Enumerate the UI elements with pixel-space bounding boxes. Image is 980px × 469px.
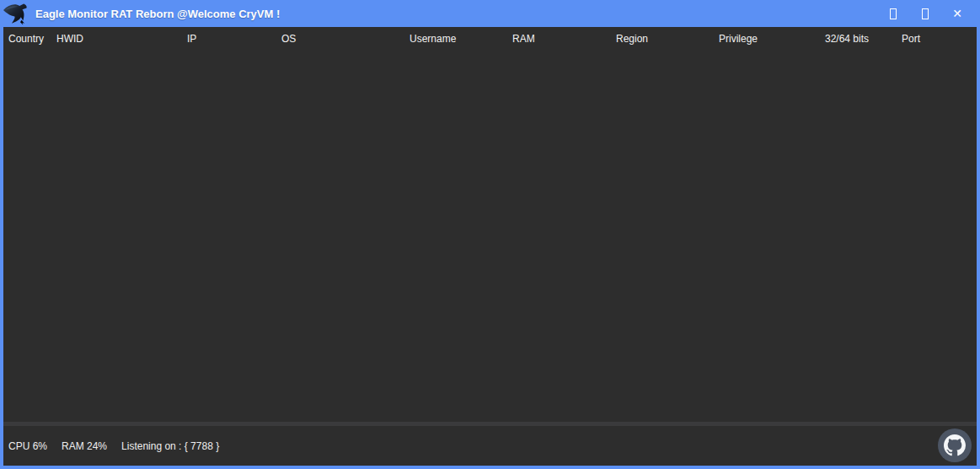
titlebar[interactable]: Eagle Monitor RAT Reborn @Welcome CryVM …: [0, 0, 980, 27]
column-header-ip[interactable]: IP: [187, 33, 196, 45]
column-header-region[interactable]: Region: [616, 33, 648, 45]
minimize-icon: [890, 8, 897, 19]
window-controls: ✕: [877, 0, 980, 27]
ram-usage-label: RAM 24%: [62, 440, 107, 452]
statusbar: CPU 6% RAM 24% Listening on : { 7788 }: [3, 426, 977, 466]
maximize-icon: [922, 8, 929, 19]
column-header-hwid[interactable]: HWID: [56, 33, 83, 45]
close-icon: ✕: [952, 8, 962, 19]
github-icon: [944, 434, 966, 456]
window-title: Eagle Monitor RAT Reborn @Welcome CryVM …: [35, 8, 280, 20]
github-button[interactable]: [938, 429, 972, 462]
close-button[interactable]: ✕: [941, 0, 973, 27]
column-header-privilege[interactable]: Privilege: [719, 33, 758, 45]
column-header-bits[interactable]: 32/64 bits: [825, 33, 869, 45]
column-header-country[interactable]: Country: [8, 33, 44, 45]
listening-port-label: Listening on : { 7788 }: [121, 440, 219, 452]
column-header-os[interactable]: OS: [281, 33, 296, 45]
eagle-logo-icon: [3, 2, 34, 27]
app-window: Eagle Monitor RAT Reborn @Welcome CryVM …: [0, 0, 980, 469]
main-panel: Country HWID IP OS Username RAM Region P…: [3, 27, 977, 466]
client-list[interactable]: [3, 51, 977, 422]
minimize-button[interactable]: [877, 0, 909, 27]
column-header-ram[interactable]: RAM: [512, 33, 535, 45]
column-header-username[interactable]: Username: [410, 33, 456, 45]
cpu-usage-label: CPU 6%: [8, 440, 47, 452]
maximize-button[interactable]: [909, 0, 941, 27]
table-header: Country HWID IP OS Username RAM Region P…: [3, 27, 977, 51]
column-header-port[interactable]: Port: [902, 33, 920, 45]
